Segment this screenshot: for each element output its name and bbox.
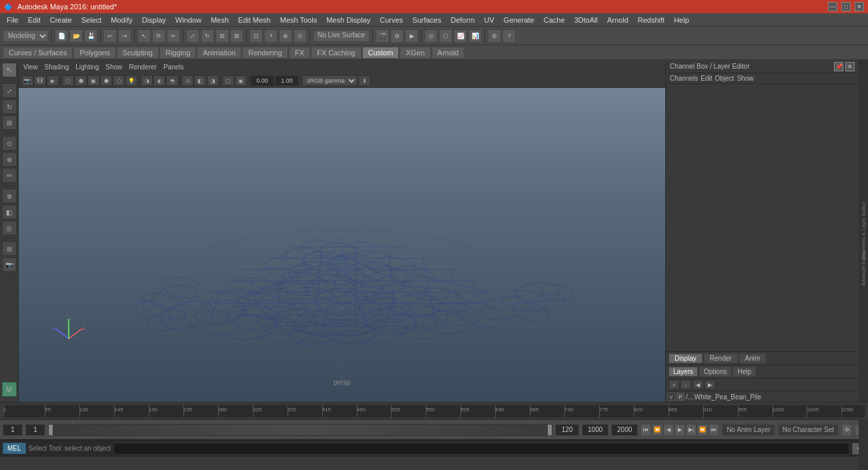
soft-select-button[interactable]: ⊙	[2, 136, 17, 151]
timeline-ruler[interactable]: 1551001451902352803253704154605055505956…	[3, 405, 865, 418]
menu-surfaces[interactable]: Surfaces	[408, 14, 445, 26]
range-left-handle[interactable]	[49, 425, 53, 435]
tab-fx-caching[interactable]: FX Caching	[311, 47, 361, 59]
tab-curves-surfaces[interactable]: Curves / Surfaces	[3, 47, 73, 59]
tab-options[interactable]: Options	[699, 367, 731, 377]
goto-end-btn[interactable]: ⏭	[709, 424, 719, 436]
sculpt-button[interactable]: ⊕	[2, 152, 17, 167]
range-right-handle[interactable]	[548, 425, 552, 435]
vp-menu-view[interactable]: View	[21, 63, 40, 71]
anim-settings-btn[interactable]: ⚙	[841, 424, 852, 436]
tab-layers[interactable]: Layers	[669, 367, 698, 377]
vp-material-btn[interactable]: ⬟	[100, 75, 112, 86]
menu-curves[interactable]: Curves	[376, 14, 407, 26]
layer-del-btn[interactable]: -	[681, 380, 691, 389]
menu-select[interactable]: Select	[77, 14, 106, 26]
vp-flat-btn[interactable]: ▣	[87, 75, 99, 86]
render-button[interactable]: 🎬	[376, 29, 389, 43]
minimize-button[interactable]: —	[828, 2, 837, 11]
menu-meshdisplay[interactable]: Mesh Display	[322, 14, 374, 26]
maya-logo-button[interactable]: M	[2, 382, 17, 397]
vp-render-btn[interactable]: ▶	[47, 75, 59, 86]
play-btn[interactable]: ▶	[675, 424, 685, 436]
layer-visibility-p[interactable]: P	[677, 393, 685, 401]
playblast-button[interactable]: ▶	[405, 29, 418, 43]
current-frame-start-field[interactable]	[25, 424, 45, 436]
live-surface-button[interactable]: No Live Surface	[313, 30, 370, 42]
layer-nav-next[interactable]: ▶	[705, 380, 715, 389]
vp-menu-panels[interactable]: Panels	[161, 63, 186, 71]
vp-xray-btn[interactable]: ◧	[194, 75, 206, 86]
scale-mode-button[interactable]: ⊞	[2, 115, 17, 130]
channel-box-pin-btn[interactable]: 📌	[834, 62, 843, 71]
open-file-button[interactable]: 📂	[69, 29, 83, 43]
vp-menu-shading[interactable]: Shading	[43, 63, 71, 71]
new-file-button[interactable]: 📄	[55, 29, 68, 43]
layer-visibility-v[interactable]: V	[667, 393, 675, 401]
goto-start-btn[interactable]: ⏮	[640, 424, 651, 436]
vp-exposure-field[interactable]	[250, 75, 274, 86]
next-frame-btn[interactable]: ▶|	[686, 424, 697, 436]
menu-meshtools[interactable]: Mesh Tools	[276, 14, 321, 26]
vp-aa-btn[interactable]: ◓	[166, 75, 178, 86]
menu-window[interactable]: Window	[171, 14, 205, 26]
save-file-button[interactable]: 💾	[84, 29, 97, 43]
playback-range-bar[interactable]	[48, 424, 552, 436]
layer-add-btn[interactable]: +	[669, 380, 679, 389]
tab-display[interactable]: Display	[669, 353, 703, 363]
scale-button[interactable]: ⊞	[215, 29, 229, 43]
vp-camera-btn[interactable]: 📷	[21, 75, 33, 86]
vp-gate-btn[interactable]: ▢	[222, 75, 234, 86]
mel-button[interactable]: MEL	[3, 443, 26, 454]
tab-layer-help[interactable]: Help	[733, 367, 756, 377]
vp-backface-btn[interactable]: ◨	[207, 75, 219, 86]
vp-colorspace-select[interactable]: sRGB gamma	[302, 75, 358, 86]
tab-rigging[interactable]: Rigging	[159, 47, 196, 59]
menu-deform[interactable]: Deform	[446, 14, 478, 26]
paint-weights-button[interactable]: ✏	[2, 168, 17, 183]
tab-anim[interactable]: Anim	[739, 353, 767, 363]
vp-ao-btn[interactable]: ◐	[153, 75, 165, 86]
workspace-selector[interactable]: Modeling	[3, 30, 49, 42]
menu-uv[interactable]: UV	[480, 14, 498, 26]
vp-wire-btn[interactable]: ⬡	[62, 75, 74, 86]
range-start-field[interactable]	[3, 424, 23, 436]
tab-custom[interactable]: Custom	[362, 47, 400, 59]
vp-overscan-btn[interactable]: ▣	[235, 75, 247, 86]
menu-file[interactable]: File	[3, 14, 23, 26]
menu-modify[interactable]: Modify	[107, 14, 136, 26]
tab-sculpting[interactable]: Sculpting	[117, 47, 159, 59]
step-back-btn[interactable]: ⏪	[652, 424, 663, 436]
show-manip-button[interactable]: ⊗	[2, 189, 17, 203]
rotate-mode-button[interactable]: ↻	[2, 99, 17, 114]
show-isolate-button[interactable]: ◎	[424, 29, 438, 43]
xray-button[interactable]: ◧	[2, 205, 17, 219]
command-input[interactable]	[113, 443, 849, 455]
tab-fx[interactable]: FX	[289, 47, 310, 59]
graph-editor-button[interactable]: 📈	[454, 29, 467, 43]
camera-button[interactable]: 📷	[2, 257, 17, 272]
menu-help[interactable]: Help	[670, 14, 693, 26]
menu-generate[interactable]: Generate	[500, 14, 538, 26]
menu-mesh[interactable]: Mesh	[207, 14, 233, 26]
vp-isolate-btn[interactable]: ⊙	[181, 75, 193, 86]
character-set-label[interactable]: No Character Set	[778, 424, 839, 436]
help-btn[interactable]: ?	[502, 29, 516, 43]
ch-menu-show[interactable]: Show	[737, 75, 753, 82]
menu-redshift[interactable]: Redshift	[634, 14, 669, 26]
menu-create[interactable]: Create	[46, 14, 76, 26]
layer-nav-prev[interactable]: ◀	[693, 380, 703, 389]
menu-3dtoall[interactable]: 3DtoAll	[570, 14, 602, 26]
prev-frame-btn[interactable]: ◀	[663, 424, 674, 436]
ch-menu-channels[interactable]: Channels	[670, 75, 698, 82]
vp-menu-renderer[interactable]: Renderer	[127, 63, 159, 71]
channel-box-close-btn[interactable]: ✕	[845, 62, 855, 71]
vp-menu-lighting[interactable]: Lighting	[73, 63, 101, 71]
vp-film-btn[interactable]: 🎞	[34, 75, 46, 86]
dope-sheet-button[interactable]: 📊	[468, 29, 482, 43]
step-fwd-btn[interactable]: ⏩	[697, 424, 708, 436]
viewport[interactable]: View Shading Lighting Show Renderer Pane…	[19, 60, 665, 402]
select-tool-button[interactable]: ↖	[137, 29, 151, 43]
vp-colorspace-btn[interactable]: ⬇	[358, 75, 370, 86]
move-mode-button[interactable]: ⤢	[2, 83, 17, 98]
